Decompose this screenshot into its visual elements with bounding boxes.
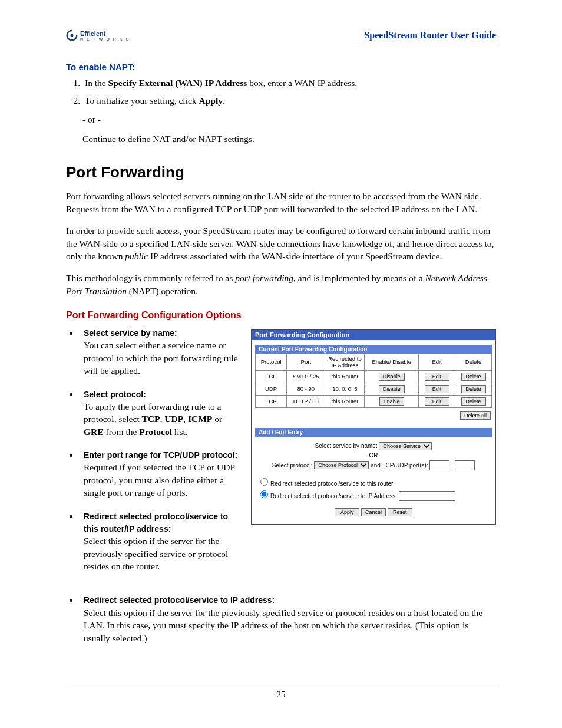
- addedit-title: Add / Edit Entry: [255, 428, 492, 437]
- port-to-input[interactable]: [455, 460, 475, 470]
- napt-steps: In the Specify External (WAN) IP Address…: [66, 77, 496, 108]
- logo: Efficient N E T W O R K S: [66, 29, 130, 41]
- port-from-input[interactable]: [429, 460, 449, 470]
- redirect-router-radio[interactable]: [260, 478, 268, 486]
- svg-point-0: [71, 34, 74, 37]
- reset-button[interactable]: Reset: [388, 508, 412, 516]
- apply-button[interactable]: Apply: [335, 508, 359, 516]
- enable-button[interactable]: Enable: [379, 397, 404, 406]
- delete-button[interactable]: Delete: [461, 373, 486, 381]
- svc-label: Select service by name:: [315, 443, 378, 449]
- proto-label: Select protocol:: [272, 462, 313, 468]
- delete-button[interactable]: Delete: [461, 397, 486, 406]
- pf-config-heading: Port Forwarding Configuration Options: [66, 310, 496, 321]
- edit-button[interactable]: Edit: [425, 397, 449, 406]
- page-number: 25: [66, 687, 496, 700]
- opt-portrange: Enter port range for TCP/UDP protocol: R…: [79, 449, 240, 499]
- table-row: UDP 80 - 90 10. 0. 0. 5 Disable Edit Del…: [256, 383, 492, 395]
- cancel-button[interactable]: Cancel: [361, 508, 386, 516]
- options-list-cont: Redirect selected protocol/service to IP…: [66, 594, 496, 644]
- disable-button[interactable]: Disable: [379, 373, 405, 381]
- pf-para1: Port forwarding allows selected servers …: [66, 190, 496, 215]
- opt-redirect-router: Redirect selected protocol/service to th…: [79, 510, 240, 573]
- or-label: - OR -: [257, 452, 490, 459]
- napt-or: - or -: [82, 113, 496, 126]
- header-title: SpeedStream Router User Guide: [364, 30, 496, 41]
- napt-continue: Continue to define NAT and/or NAPT setti…: [82, 132, 496, 146]
- service-select[interactable]: Choose Service: [379, 442, 432, 450]
- protocol-select[interactable]: Choose Protocol: [314, 461, 369, 469]
- swirl-icon: [66, 29, 78, 41]
- page-header: Efficient N E T W O R K S SpeedStream Ro…: [66, 29, 496, 45]
- disable-button[interactable]: Disable: [379, 385, 405, 393]
- delete-button[interactable]: Delete: [461, 385, 486, 393]
- pf-para2: In order to provide such access, your Sp…: [66, 225, 496, 262]
- pf-para3: This methodology is commonly referred to…: [66, 272, 496, 297]
- napt-step1: In the Specify External (WAN) IP Address…: [82, 77, 496, 90]
- addedit-form: Select service by name: Choose Service -…: [252, 437, 495, 525]
- table-row: TCP HTTP / 80 this Router Enable Edit De…: [256, 395, 492, 407]
- logo-line1: Efficient: [80, 30, 105, 37]
- opt-redirect-ip: Redirect selected protocol/service to IP…: [79, 594, 496, 644]
- ports-label: and TCP/UDP port(s):: [371, 462, 428, 468]
- pf-heading: Port Forwarding: [66, 163, 496, 182]
- edit-button[interactable]: Edit: [425, 385, 449, 393]
- opt-protocol: Select protocol: To apply the port forwa…: [79, 388, 240, 439]
- panel-title: Port Forwarding Configuration: [252, 330, 495, 340]
- opt-service: Select service by name: You can select e…: [79, 327, 240, 377]
- table-row: TCP SMTP / 25 this Router Disable Edit D…: [256, 370, 492, 383]
- redirect-ip-radio[interactable]: [260, 490, 268, 498]
- pf-table: Protocol Port Redirected to IP Address E…: [255, 354, 492, 408]
- logo-line2: N E T W O R K S: [80, 37, 130, 41]
- edit-button[interactable]: Edit: [425, 373, 449, 381]
- delete-all-button[interactable]: Delete All: [460, 411, 491, 420]
- options-list: Select service by name: You can select e…: [66, 327, 240, 572]
- panel-subtitle: Current Port Forwarding Configuration: [255, 345, 492, 354]
- config-panel: Port Forwarding Configuration Current Po…: [251, 329, 496, 525]
- napt-step2: To initialize your setting, click Apply.: [82, 94, 496, 107]
- ip-address-input[interactable]: [399, 491, 455, 501]
- napt-heading: To enable NAPT:: [66, 62, 496, 72]
- table-header-row: Protocol Port Redirected to IP Address E…: [256, 354, 492, 371]
